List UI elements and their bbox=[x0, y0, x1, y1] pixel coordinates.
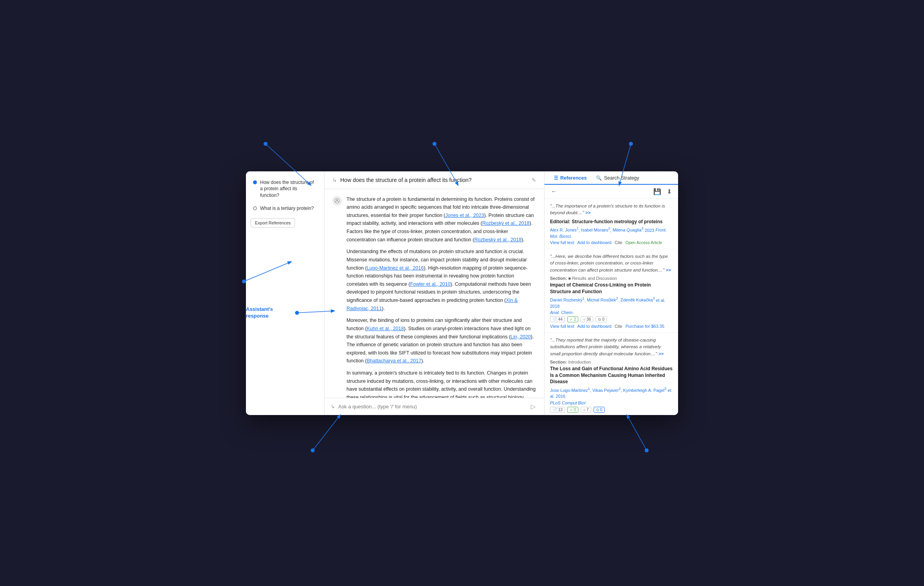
svg-point-13 bbox=[311, 448, 315, 452]
answer-text-1: The structure of a protein is fundamenta… bbox=[346, 195, 536, 398]
ref-2-cite-button[interactable]: Cite bbox=[614, 324, 622, 329]
sidebar-item-q2-text: What is a tertiary protein? bbox=[260, 205, 314, 212]
save-button[interactable]: 💾 bbox=[652, 187, 663, 196]
ref-link-rozbesky1[interactable]: Rozbeský et al., 2018 bbox=[482, 220, 530, 226]
ref-3-metrics: 📄 13 ✓ 0 ○ 7 ⊙ 0 bbox=[550, 407, 673, 413]
ref-link-lin[interactable]: Lin, 2020 bbox=[511, 334, 531, 340]
ref-2-journal: Anal. Chem. bbox=[550, 310, 673, 315]
ref-3-quote-link[interactable]: >> bbox=[658, 351, 664, 356]
back-button[interactable]: ← bbox=[549, 187, 559, 196]
ref-link-bhatt[interactable]: Bhattacharya et al., 2017 bbox=[367, 358, 421, 364]
references-toolbar: ← 💾 ⬇ bbox=[544, 185, 678, 199]
chat-input[interactable] bbox=[338, 404, 525, 410]
ref-2-metric-check: ✓ 2 bbox=[567, 316, 578, 322]
ref-3-quote: "...They reported that the majority of d… bbox=[550, 337, 673, 357]
ref-3-metric-circle: ○ 7 bbox=[581, 407, 591, 413]
question-1-text: How does the structure of a protein affe… bbox=[340, 177, 471, 183]
ref-3-title: The Loss and Gain of Functional Amino Ac… bbox=[550, 366, 673, 385]
svg-point-3 bbox=[433, 142, 436, 146]
ref-link-lugo[interactable]: Lugo-Martinez et al., 2016 bbox=[367, 265, 424, 271]
ref-3-actions: View full text Add to dashboard Cite Ope… bbox=[550, 414, 673, 415]
ref-1-actions: View full text Add to dashboard Cite Ope… bbox=[550, 240, 673, 245]
ref-2-add-to-dashboard[interactable]: Add to dashboard bbox=[578, 324, 612, 329]
references-list[interactable]: "...The importance of a protein's struct… bbox=[544, 199, 678, 415]
app-window: How does the structure of a protein affe… bbox=[246, 171, 678, 415]
export-references-button[interactable]: Export References bbox=[251, 218, 295, 228]
right-tabs: ☰ References 🔍 Search Strategy bbox=[544, 171, 678, 185]
references-tab-label: References bbox=[560, 175, 587, 181]
edit-question-1-icon[interactable]: ✎ bbox=[532, 177, 536, 183]
ref-3-add-to-dashboard[interactable]: Add to dashboard bbox=[578, 414, 612, 415]
ref-link-jones[interactable]: Jones et al., 2023 bbox=[446, 213, 484, 218]
sidebar-item-q1[interactable]: How does the structure of a protein affe… bbox=[251, 178, 319, 200]
ref-link-xin[interactable]: Xin & Radivojac, 2011 bbox=[346, 298, 518, 311]
references-tab-icon: ☰ bbox=[554, 175, 558, 181]
svg-point-15 bbox=[645, 448, 649, 452]
ref-3-author-1[interactable]: Jose Lugo-Martinez1 bbox=[550, 388, 590, 393]
ref-2-view-full-text[interactable]: View full text bbox=[550, 324, 574, 329]
ref-1-title: Editorial: Structure-function metrology … bbox=[550, 219, 673, 225]
toolbar-left: ← bbox=[549, 187, 559, 196]
question-arrow-icon: ↳ bbox=[332, 177, 337, 183]
sidebar-dot-inactive bbox=[253, 206, 257, 210]
send-button[interactable]: ▷ bbox=[528, 402, 538, 411]
ref-3-authors: Jose Lugo-Martinez1, Vikas Pejaver2, Kym… bbox=[550, 386, 673, 399]
reference-item-2: "...Here, we describe how different fact… bbox=[544, 249, 678, 333]
svg-line-14 bbox=[627, 415, 647, 450]
ref-link-kuhn[interactable]: Kuhn et al., 2018 bbox=[367, 326, 404, 331]
ref-1-view-full-text[interactable]: View full text bbox=[550, 240, 574, 245]
ref-3-journal: PLoS Comput Biol bbox=[550, 400, 673, 405]
tab-search-strategy[interactable]: 🔍 Search Strategy bbox=[591, 171, 644, 185]
ref-2-metrics: 📄 44 ✓ 2 ○ 36 ⊙ 0 bbox=[550, 316, 673, 322]
ref-2-author-1[interactable]: Daniel Rozbeský1 bbox=[550, 298, 585, 302]
ref-1-quote-link[interactable]: >> bbox=[585, 210, 590, 215]
reference-item-3: "...They reported that the majority of d… bbox=[544, 333, 678, 415]
ref-1-open-access-badge: Open Access Article bbox=[625, 240, 662, 245]
ref-link-fowler[interactable]: Fowler et al., 2010 bbox=[410, 281, 451, 287]
assistant-avatar bbox=[332, 196, 342, 206]
svg-point-1 bbox=[264, 142, 268, 146]
ref-1-cite-button[interactable]: Cite bbox=[614, 240, 622, 245]
answer-area[interactable]: The structure of a protein is fundamenta… bbox=[324, 189, 544, 398]
ref-1-quote: "...The importance of a protein's struct… bbox=[550, 203, 673, 217]
ref-2-purchase-link[interactable]: Purchase for $63.35 bbox=[625, 324, 664, 329]
search-strategy-tab-icon: 🔍 bbox=[596, 175, 602, 181]
sidebar-item-q1-text: How does the structure of a protein affe… bbox=[260, 179, 317, 199]
sidebar-item-q2[interactable]: What is a tertiary protein? bbox=[251, 204, 319, 213]
ref-2-section: Section: ■ Results and Discussion bbox=[550, 276, 673, 281]
ref-1-author-2[interactable]: Isabel Moraes2 bbox=[581, 228, 610, 232]
ref-2-metric-circle: ○ 36 bbox=[581, 316, 593, 322]
question-1-block: ↳ How does the structure of a protein af… bbox=[324, 171, 544, 189]
ref-1-author-3[interactable]: Milena Quaglia3 bbox=[612, 228, 643, 232]
ref-1-author-1[interactable]: Alex R. Jones1 bbox=[550, 228, 579, 232]
svg-line-12 bbox=[313, 415, 340, 450]
svg-point-5 bbox=[629, 142, 633, 146]
question-1-header: ↳ How does the structure of a protein af… bbox=[332, 177, 528, 183]
sidebar-dot-active bbox=[253, 180, 257, 184]
ref-3-view-full-text[interactable]: View full text bbox=[550, 414, 574, 415]
svg-point-7 bbox=[242, 279, 246, 283]
reference-item-1: "...The importance of a protein's struct… bbox=[544, 199, 678, 250]
ref-link-rozbesky2[interactable]: Rozbeský et al., 2018 bbox=[474, 237, 521, 242]
left-sidebar: How does the structure of a protein affe… bbox=[246, 171, 324, 415]
ref-3-open-access-badge: Open Access Article bbox=[625, 414, 662, 415]
tab-references[interactable]: ☰ References bbox=[549, 171, 591, 185]
ref-2-actions: View full text Add to dashboard Cite Pur… bbox=[550, 324, 673, 329]
ref-1-authors: Alex R. Jones1, Isabel Moraes2, Milena Q… bbox=[550, 226, 673, 239]
ref-2-metric-doc: 📄 44 bbox=[550, 316, 565, 322]
input-arrow-icon: ↳ bbox=[331, 404, 335, 410]
ref-2-quote-link[interactable]: >> bbox=[666, 268, 671, 272]
download-button[interactable]: ⬇ bbox=[665, 187, 673, 196]
ref-3-author-2[interactable]: Vikas Pejaver2 bbox=[592, 388, 621, 393]
ref-2-et-al[interactable]: et al. bbox=[656, 298, 666, 302]
ref-1-add-to-dashboard[interactable]: Add to dashboard bbox=[578, 240, 612, 245]
ref-2-title: Impact of Chemical Cross-Linking on Prot… bbox=[550, 282, 673, 295]
ref-3-metric-doc: 📄 13 bbox=[550, 407, 565, 413]
ref-3-cite-button[interactable]: Cite bbox=[614, 414, 622, 415]
ref-2-author-3[interactable]: Zdeněk Kukačka3 bbox=[621, 298, 655, 302]
ref-3-metric-star: ⊙ 0 bbox=[594, 407, 605, 413]
ref-3-author-3[interactable]: Kymberleigh A. Pagel3 bbox=[623, 388, 666, 393]
ref-2-author-2[interactable]: Michal Rosůlek2 bbox=[587, 298, 618, 302]
main-content: ↳ How does the structure of a protein af… bbox=[324, 171, 544, 415]
ref-3-section: Section: Introduction bbox=[550, 360, 673, 364]
